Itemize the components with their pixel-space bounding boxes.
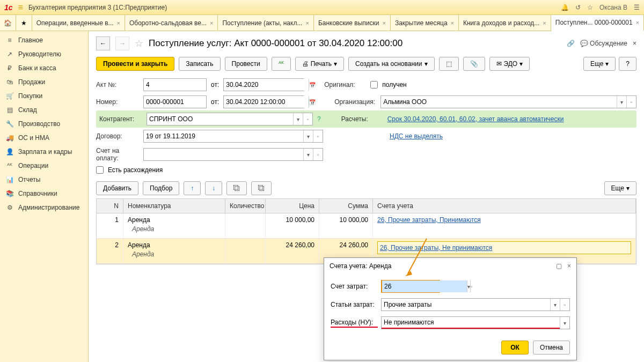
close-icon[interactable]: × [451,20,454,26]
close-icon[interactable]: × [543,20,546,26]
sidebar-item-salary[interactable]: 👤Зарплата и кадры [0,145,88,159]
col-qty[interactable]: Количество [225,199,266,213]
warn-icon[interactable]: ⬚ [308,98,314,106]
back-button[interactable]: ← [96,36,110,50]
close-icon[interactable]: × [567,262,571,270]
post-and-close-button[interactable]: Провести и закрыть [96,57,174,71]
raschety-label: Расчеты: [341,115,383,123]
copy-button[interactable]: ⿻ [226,181,247,195]
close-icon[interactable]: × [305,20,309,26]
close-icon[interactable]: × [636,19,639,26]
dogovor-input[interactable]: ▾▫ [143,130,323,143]
rashody-input[interactable]: ▾ [381,316,570,329]
close-icon[interactable]: × [382,20,385,26]
nds-link[interactable]: НДС не выделять [390,132,443,140]
close-button[interactable]: × [633,40,636,47]
maximize-icon[interactable]: ▢ [556,262,562,270]
related-button[interactable]: ⬚ [439,57,459,71]
original-checkbox[interactable] [370,81,378,88]
col-nom[interactable]: Номенклатура [123,199,225,213]
home-tab[interactable]: 🏠 [0,15,16,31]
print-button[interactable]: 🖨 Печать ▾ [295,57,344,71]
rashody-label: Расходы (НУ): [331,319,378,328]
ok-button[interactable]: ОК [501,341,529,354]
tab-6[interactable]: Поступлен... 0000-000001× [551,15,644,31]
edo-button[interactable]: ✉ ЭДО ▾ [489,57,530,71]
sidebar-item-manager[interactable]: ↗Руководителю [0,47,88,61]
tab-1[interactable]: Оборотно-сальдовая ве...× [125,15,218,31]
app-titlebar: 1c ≡ Бухгалтерия предприятия 3 (1С:Предп… [0,0,644,15]
forward-button[interactable]: → [115,36,129,50]
sidebar-item-admin[interactable]: ⚙Администрирование [0,201,88,215]
akt-input[interactable] [143,78,207,91]
star-icon[interactable]: ☆ [135,38,143,49]
sidebar-item-operations[interactable]: ᴬᴷОперации [0,159,88,173]
account-link[interactable]: 26, Прочие затраты, Не принимаются [380,244,492,252]
account-link[interactable]: 26, Прочие затраты, Принимаются [377,216,481,224]
tab-3[interactable]: Банковские выписки× [314,15,391,31]
move-down-button[interactable]: ↓ [205,181,222,195]
move-up-button[interactable]: ↑ [184,181,201,195]
star-icon[interactable]: ☆ [587,4,593,11]
menu-icon[interactable]: ≡ [18,3,23,12]
open-icon: ▫ [313,130,323,142]
select-items-button[interactable]: Подбор [143,181,179,195]
tab-0[interactable]: Операции, введенные в...× [32,15,125,31]
paste-button[interactable]: ⿻ [251,181,272,195]
date2-input[interactable]: 📅 [223,95,304,108]
sidebar-item-purchases[interactable]: 🛒Покупки [0,89,88,103]
link-icon[interactable]: 🔗 [567,40,575,47]
create-based-button[interactable]: Создать на основании ▾ [348,57,435,71]
schet-label: Счет на оплату: [96,147,139,162]
sidebar-item-main[interactable]: ≡Главное [0,33,88,47]
sidebar-item-bank[interactable]: ₽Банк и касса [0,61,88,75]
schet-zatrat-label: Счет затрат: [331,283,378,290]
nomer-input[interactable] [143,95,207,108]
close-icon[interactable]: × [117,20,120,26]
table-row[interactable]: 1 АрендаАренда 10 000,00 10 000,00 26, П… [97,213,636,239]
panel-icon[interactable]: ☰ [634,4,640,11]
col-acc[interactable]: Счета учета [373,199,636,213]
sidebar-item-production[interactable]: 🔧Производство [0,117,88,131]
kontragent-input[interactable]: ▾▫ [147,113,313,125]
tab-2[interactable]: Поступление (акты, накл...× [218,15,313,31]
rashozh-checkbox[interactable] [96,166,104,174]
schet-zatrat-input[interactable]: ▾▫ [381,280,440,293]
col-n[interactable]: N [97,199,123,213]
help-icon[interactable]: ? [317,115,321,123]
sidebar-item-reports[interactable]: 📊Отчеты [0,173,88,187]
history-icon[interactable]: ↺ [575,4,581,11]
dtkt-button[interactable]: ᴬᴷ [272,57,291,71]
sidebar-item-warehouse[interactable]: ▤Склад [0,103,88,117]
sidebar-item-assets[interactable]: 🚚ОС и НМА [0,131,88,145]
statyi-input[interactable]: ▾▫ [381,298,570,311]
add-row-button[interactable]: Добавить [96,181,138,195]
more-button[interactable]: Еще ▾ [583,57,616,71]
date1-input[interactable]: 📅 [223,78,304,91]
discussion-button[interactable]: 💬 Обсуждение [580,40,627,47]
org-label: Организация: [334,98,376,106]
table-more-button[interactable]: Еще ▾ [604,181,636,195]
user-name[interactable]: Оксана В [599,4,627,11]
raschety-link[interactable]: Срок 30.04.2020, 60.01, 60.02, зачет ава… [387,115,564,123]
open-icon: ▫ [470,280,473,292]
dialog-title: Счета учета: Аренда [330,262,391,270]
col-sum[interactable]: Сумма [319,199,373,213]
save-button[interactable]: Записать [179,57,220,71]
sidebar-item-sales[interactable]: 🛍Продажи [0,75,88,89]
attachment-button[interactable]: 📎 [463,57,485,71]
close-icon[interactable]: × [210,20,213,26]
help-button[interactable]: ? [619,57,636,71]
schet-input[interactable]: ▾▫ [143,148,323,161]
wrench-icon: 🔧 [5,120,14,128]
post-button[interactable]: Провести [225,57,267,71]
sidebar-item-catalogs[interactable]: 📚Справочники [0,187,88,201]
items-table: N Номенклатура Количество Цена Сумма Сче… [96,198,636,264]
tab-4[interactable]: Закрытие месяца× [391,15,459,31]
org-input[interactable]: ▾▫ [380,95,636,108]
tab-5[interactable]: Книга доходов и расход...× [459,15,551,31]
star-tab[interactable]: ★ [16,15,32,31]
bell-icon[interactable]: 🔔 [561,4,569,11]
cancel-button[interactable]: Отмена [533,341,570,354]
col-price[interactable]: Цена [266,199,319,213]
